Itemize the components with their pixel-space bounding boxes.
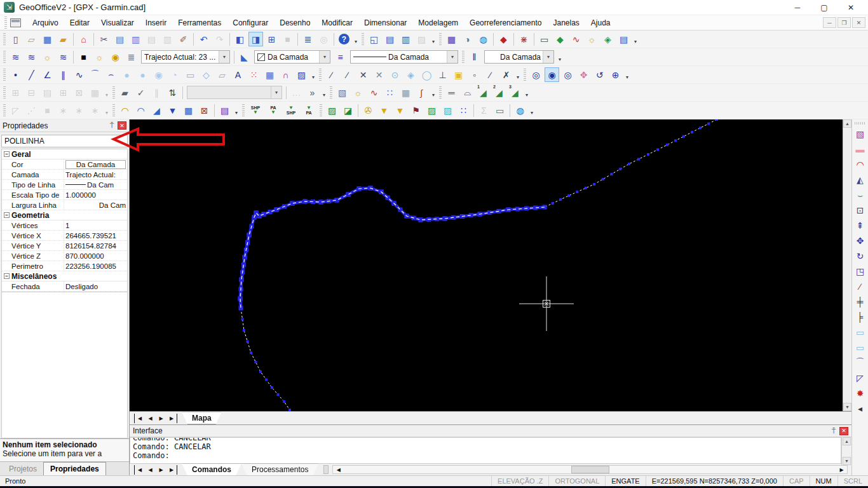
scale-combo[interactable]: ▾ <box>187 86 282 99</box>
globe-meridian-icon[interactable]: ◑ <box>460 32 475 46</box>
snap-apparent-icon[interactable]: ✕ <box>372 67 386 82</box>
home-icon[interactable]: ⌂ <box>76 32 91 46</box>
erase-icon[interactable]: ▬ <box>853 142 868 157</box>
draw-arc-icon[interactable]: ⌒ <box>88 67 102 82</box>
status-e-221569-595-n-8257346-733-z-0-000[interactable]: E=221569,595 N=8257346,733 Z=0,000 <box>646 476 783 486</box>
lineweight-icon-icon[interactable]: ‖ <box>467 50 482 64</box>
terrain-model-3-icon[interactable]: ◢3 <box>508 85 522 100</box>
globe-icon[interactable]: ◍ <box>476 32 491 46</box>
explode-icon[interactable]: ✸ <box>853 386 868 401</box>
maximize-button[interactable]: ▢ <box>811 1 837 15</box>
menu-arquivo[interactable]: Arquivo <box>27 17 64 29</box>
fillet-icon[interactable]: ⌒ <box>853 355 868 370</box>
light-source-icon[interactable]: ☼ <box>351 85 365 100</box>
tile-horizontal-icon[interactable]: ▤ <box>383 32 397 46</box>
offset-icon[interactable]: ⊡ <box>853 203 868 218</box>
menu-visualizar[interactable]: Visualizar <box>95 17 140 29</box>
property-row-tipo-de-linha[interactable]: Tipo de LinhaDa Cam <box>2 180 127 190</box>
map-canvas[interactable] <box>130 119 843 411</box>
protractor-icon[interactable]: ⌓ <box>460 85 475 100</box>
plot-icon[interactable]: ≣ <box>124 50 139 64</box>
hatch-half-icon[interactable]: ◪ <box>341 103 355 118</box>
snap-insert-icon[interactable]: ▣ <box>451 67 466 82</box>
layer-manager-icon[interactable]: ≋ <box>24 50 39 64</box>
scroll-down-icon[interactable]: ▼ <box>843 457 851 465</box>
canvas-vertical-scrollbar[interactable]: ▲ ▼ <box>843 119 851 411</box>
hatch-slash-icon[interactable]: ▨ <box>325 103 339 118</box>
close-button[interactable]: ✕ <box>837 1 864 15</box>
nav-next-icon[interactable]: ▶ <box>156 414 166 423</box>
print-icon[interactable]: ≣ <box>301 32 315 46</box>
table-view-icon[interactable]: ▦ <box>444 32 459 46</box>
grid-dashed-icon[interactable]: ▦ <box>398 85 413 100</box>
overflow-left-icon[interactable]: ◂ <box>853 401 868 416</box>
snap-nearest-icon[interactable]: ∕ <box>483 67 498 82</box>
nav-last-icon[interactable]: ▶ <box>166 414 177 423</box>
toolbar-overflow-icon[interactable]: ▾ <box>233 104 240 118</box>
status-eleva-o-z[interactable]: ELEVAÇÃO .Z <box>491 476 548 486</box>
profile-chart-icon[interactable]: ∿ <box>569 32 583 46</box>
mirror-icon[interactable]: ◭ <box>853 172 868 187</box>
property-group-miscel-neos[interactable]: −Miscelâneos <box>2 271 127 281</box>
menu-dimensionar[interactable]: Dimensionar <box>358 17 412 29</box>
tab-mapa[interactable]: Mapa <box>182 412 222 424</box>
zoom-window-icon[interactable]: ◎ <box>529 67 543 82</box>
surface-icon[interactable]: ◆ <box>553 32 567 46</box>
panel-close-icon[interactable]: ✕ <box>839 427 848 435</box>
scroll-right-icon[interactable]: ▶ <box>836 465 847 475</box>
toolbar-overflow-icon[interactable]: ▾ <box>556 50 564 64</box>
status-ortogonal[interactable]: ORTOGONAL <box>548 476 605 486</box>
scroll-up-icon[interactable]: ▲ <box>843 119 851 128</box>
toolbar-overflow-icon[interactable]: ▾ <box>309 68 317 82</box>
filter-add-icon[interactable]: ▼ <box>377 103 391 118</box>
move-icon[interactable]: ✥ <box>853 233 868 248</box>
chevron-down-icon[interactable]: ▾ <box>319 51 330 63</box>
lock-icon[interactable]: ◉ <box>108 50 123 64</box>
mdi-close-button[interactable]: ✕ <box>852 17 865 28</box>
toolbar-overflow-icon[interactable]: ▾ <box>430 86 437 100</box>
property-group-geral[interactable]: −Geral <box>2 149 127 159</box>
undo-icon[interactable]: ↶ <box>196 32 211 46</box>
scroll-left-icon[interactable]: ◀ <box>333 465 344 475</box>
cascade-windows-icon[interactable]: ◱ <box>367 32 381 46</box>
paint-bucket-icon[interactable]: ◣ <box>237 50 252 64</box>
draw-circle-2p-icon[interactable]: ● <box>135 67 150 82</box>
insert-image-icon[interactable]: ▧ <box>335 85 349 100</box>
boundary-icon[interactable]: ▼ <box>165 103 180 118</box>
scroll-down-icon[interactable]: ▼ <box>843 403 851 411</box>
check-123-icon[interactable]: ✓ <box>133 85 148 100</box>
surfaces-icon[interactable]: ◈ <box>600 32 615 46</box>
open-project-icon[interactable]: ▰ <box>56 32 71 46</box>
viewport-icon[interactable]: ▭ <box>537 32 552 46</box>
scale-icon[interactable]: ⇞ <box>853 218 868 233</box>
toolbar-overflow-icon[interactable]: ▾ <box>514 68 522 82</box>
property-row-largura-linha[interactable]: Largura LinhaDa Cam <box>2 200 127 210</box>
property-row-v-rtices[interactable]: Vértices1 <box>2 220 127 231</box>
zoom-object-icon[interactable]: ◉ <box>545 67 559 82</box>
export-pa-icon[interactable]: PA▼ <box>265 103 281 118</box>
property-row-v-rtice-z[interactable]: Vértice Z870.000000 <box>2 251 127 261</box>
trim-icon[interactable]: ╪ <box>853 294 868 309</box>
traverse-icon[interactable]: ⋇ <box>517 32 531 46</box>
break-icon[interactable]: ▭ <box>853 325 868 340</box>
lineweight-combo[interactable]: Da Camada▾ <box>484 50 554 64</box>
nav-prev-icon[interactable]: ◀ <box>145 414 156 423</box>
linetype-combo[interactable]: Da Camada▾ <box>350 50 458 64</box>
property-row-perimetro[interactable]: Perimetro223256.190085 <box>2 261 127 271</box>
layer-bulb-icon[interactable]: ☼ <box>40 50 55 64</box>
import-pa-icon[interactable]: ▼PA <box>301 103 317 118</box>
swap-updown-icon[interactable]: ⇅ <box>165 85 180 100</box>
total-station-icon[interactable]: ◆ <box>496 32 511 46</box>
layer-new-icon[interactable]: ≋ <box>8 50 23 64</box>
minimize-button[interactable]: ─ <box>784 1 811 15</box>
snap-quadrant-icon[interactable]: ◈ <box>403 67 418 82</box>
table-doc-icon[interactable]: ▦ <box>181 103 196 118</box>
draw-circle-tan-icon[interactable]: ◔ <box>167 67 182 82</box>
mdi-minimize-button[interactable]: ─ <box>823 17 836 28</box>
linetype-icon-icon[interactable]: ≡ <box>333 50 348 64</box>
pin-icon[interactable]: ⍑ <box>107 121 116 130</box>
nav-next-icon[interactable]: ▶ <box>156 465 166 475</box>
toolbar-overflow-icon[interactable]: ▾ <box>352 32 360 46</box>
zoom-extents-icon[interactable]: ⊕ <box>608 67 623 82</box>
break-at-point-icon[interactable]: ▭ <box>853 340 868 355</box>
